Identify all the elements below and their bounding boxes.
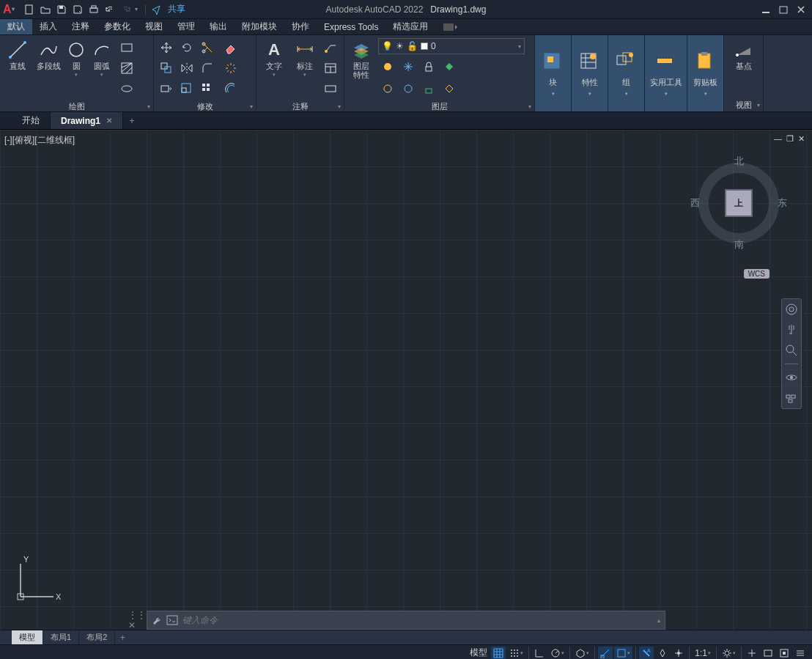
- status-hwaccel-icon[interactable]: [761, 647, 775, 660]
- ucs-icon[interactable]: Y X: [13, 556, 64, 608]
- status-customize-icon[interactable]: [793, 647, 808, 660]
- nav-wheel-icon[interactable]: [784, 302, 799, 317]
- status-gear-icon[interactable]: ▾: [720, 647, 738, 660]
- ribbon-tab-parametric[interactable]: 参数化: [97, 19, 138, 34]
- ribbon-tab-default[interactable]: 默认: [0, 19, 32, 34]
- layer-iso-icon[interactable]: [378, 79, 397, 98]
- start-tab[interactable]: 开始: [12, 112, 51, 129]
- tab-close-icon[interactable]: ✕: [106, 117, 112, 125]
- status-cleanscreen-icon[interactable]: [777, 647, 791, 660]
- ribbon-tab-output[interactable]: 输出: [202, 19, 235, 34]
- nav-zoom-icon[interactable]: [784, 343, 799, 358]
- leader-icon[interactable]: [321, 38, 340, 57]
- drawing-area[interactable]: [-][俯视][二维线框] — ❐ ✕ 北 南 东 西 上 WCS Y X ⋮⋮…: [0, 130, 812, 630]
- status-model-button[interactable]: 模型: [468, 647, 490, 660]
- dw-minimize-icon[interactable]: —: [774, 134, 782, 144]
- cmdline-wrench-icon[interactable]: [152, 615, 162, 625]
- share-label[interactable]: 共享: [168, 3, 185, 15]
- panel-modify-expand-icon[interactable]: ▾: [250, 103, 253, 110]
- open-icon[interactable]: [38, 2, 53, 17]
- minimize-icon[interactable]: [759, 3, 772, 16]
- table-icon[interactable]: [321, 59, 340, 78]
- panel-clipboard[interactable]: 剪贴板▾: [687, 35, 724, 111]
- layout-tab-2[interactable]: 布局2: [79, 630, 115, 644]
- new-icon[interactable]: [22, 2, 37, 17]
- arc-button[interactable]: 圆弧▾: [89, 38, 114, 79]
- layer-lock-icon2[interactable]: [419, 57, 438, 76]
- save-icon[interactable]: [54, 2, 69, 17]
- layer-dropdown[interactable]: 💡 ☀ 🔓 0 ▾: [378, 38, 525, 54]
- ribbon-tab-manage[interactable]: 管理: [170, 19, 202, 34]
- ribbon-tab-express[interactable]: Express Tools: [317, 19, 385, 34]
- panel-annotate-expand-icon[interactable]: ▾: [338, 103, 341, 110]
- app-menu-icon[interactable]: A▾: [3, 1, 19, 18]
- layer-thaw-icon[interactable]: [399, 79, 418, 98]
- panel-group[interactable]: 组▾: [608, 35, 645, 111]
- status-grid-icon[interactable]: [491, 647, 506, 660]
- array-icon[interactable]: [198, 79, 217, 98]
- erase-icon[interactable]: [221, 38, 240, 57]
- explode-icon[interactable]: [221, 59, 240, 78]
- layer-properties-button[interactable]: 图层 特性: [347, 38, 375, 81]
- maximize-icon[interactable]: [777, 3, 790, 16]
- nav-orbit-icon[interactable]: [784, 370, 799, 385]
- ribbon-tab-insert[interactable]: 插入: [32, 19, 64, 34]
- status-isolate-icon[interactable]: [745, 647, 759, 660]
- layout-tab-1[interactable]: 布局1: [43, 630, 79, 644]
- status-lwt-icon[interactable]: A: [639, 647, 654, 660]
- status-osnap-icon[interactable]: ▾: [614, 647, 632, 660]
- ribbon-tab-annotate[interactable]: 注释: [64, 19, 97, 34]
- panel-view-expand-icon[interactable]: ▾: [757, 102, 760, 108]
- stretch-icon[interactable]: [157, 79, 176, 98]
- panel-utilities[interactable]: 实用工具▾: [645, 35, 687, 111]
- ribbon-tab-addins[interactable]: 附加模块: [235, 19, 284, 34]
- panel-block[interactable]: 块▾: [535, 35, 572, 111]
- offset-icon[interactable]: [221, 79, 240, 98]
- dimension-button[interactable]: 标注▾: [290, 38, 320, 79]
- dw-restore-icon[interactable]: ❐: [786, 134, 794, 144]
- ellipse-icon[interactable]: [117, 79, 136, 98]
- panel-layer-expand-icon[interactable]: ▾: [528, 103, 531, 110]
- fillet-icon[interactable]: [198, 59, 217, 78]
- viewport-label[interactable]: [-][俯视][二维线框]: [4, 134, 75, 147]
- text-button[interactable]: A文字▾: [259, 38, 289, 79]
- layout-add-icon[interactable]: +: [115, 630, 130, 644]
- command-line[interactable]: ▴: [147, 611, 665, 630]
- scale-icon[interactable]: [177, 79, 196, 98]
- move-icon[interactable]: [157, 38, 176, 57]
- saveas-icon[interactable]: [70, 2, 85, 17]
- wcs-badge[interactable]: WCS: [744, 269, 769, 279]
- status-ortho-icon[interactable]: [532, 647, 547, 660]
- layer-match-icon[interactable]: [440, 57, 459, 76]
- ribbon-tab-collab[interactable]: 协作: [284, 19, 317, 34]
- panel-draw-expand-icon[interactable]: ▾: [147, 103, 150, 110]
- circle-button[interactable]: 圆▾: [64, 38, 88, 79]
- ribbon-tab-featured[interactable]: 精选应用: [385, 19, 435, 34]
- status-polar-icon[interactable]: ▾: [548, 647, 566, 660]
- close-icon[interactable]: [794, 3, 808, 16]
- layer-prev-icon[interactable]: [440, 79, 459, 98]
- status-annoscale-icon[interactable]: 1:1▾: [693, 647, 713, 660]
- mirror-icon[interactable]: [177, 59, 196, 78]
- nav-showmotion-icon[interactable]: [784, 391, 799, 405]
- nav-pan-icon[interactable]: [784, 323, 799, 337]
- cmdline-handle-icon[interactable]: ⋮⋮ ✕: [129, 611, 145, 630]
- layer-freeze-icon[interactable]: [399, 57, 418, 76]
- status-otrack-icon[interactable]: [598, 647, 613, 660]
- viewcube[interactable]: 北 南 东 西 上: [695, 159, 783, 247]
- add-tab-icon[interactable]: +: [123, 112, 141, 129]
- layer-unlock-icon[interactable]: [419, 79, 438, 98]
- redo-icon[interactable]: [119, 2, 133, 17]
- share-icon[interactable]: [149, 2, 163, 17]
- undo-icon[interactable]: [103, 2, 117, 17]
- dw-close-icon[interactable]: ✕: [798, 134, 805, 144]
- line-button[interactable]: 直线: [3, 38, 32, 72]
- ribbon-tab-view[interactable]: 视图: [138, 19, 170, 34]
- rotate-icon[interactable]: [177, 38, 196, 57]
- qat-dropdown-icon[interactable]: ▾: [135, 6, 142, 12]
- copy-icon[interactable]: [157, 59, 176, 78]
- layout-tab-model[interactable]: 模型: [12, 630, 43, 644]
- ribbon-tab-extra-icon[interactable]: [443, 19, 457, 34]
- polyline-button[interactable]: 多段线: [34, 38, 63, 72]
- status-isodraft-icon[interactable]: ▾: [573, 647, 591, 660]
